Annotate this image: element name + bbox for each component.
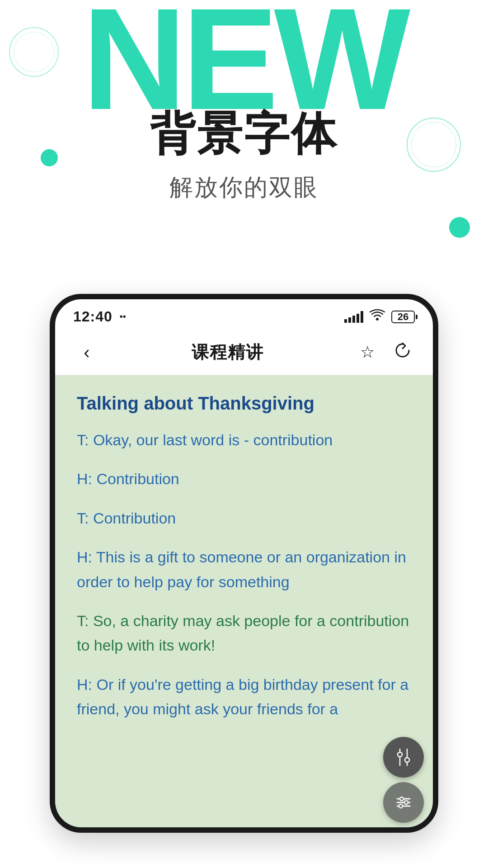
svg-point-12 xyxy=(399,804,403,808)
dialog-line-1: T: Okay, our last word is - contribution xyxy=(77,428,411,452)
hero-subtitle: 解放你的双眼 xyxy=(169,172,319,203)
nav-actions: ☆ xyxy=(355,340,415,364)
battery-icon: 26 xyxy=(391,311,415,323)
nav-bar: ‹ 课程精讲 ☆ xyxy=(55,331,433,375)
star-icon: ☆ xyxy=(360,343,375,362)
status-time: 12:40 xyxy=(73,308,113,325)
status-dots: •• xyxy=(120,311,126,322)
signal-bars-icon xyxy=(344,311,363,323)
deco-circle-right xyxy=(407,118,461,172)
filter-button-2[interactable] xyxy=(383,782,424,823)
svg-point-11 xyxy=(404,801,408,804)
star-button[interactable]: ☆ xyxy=(355,340,380,364)
status-bar: 12:40 •• xyxy=(55,299,433,331)
svg-point-0 xyxy=(376,318,379,321)
status-icons: 26 xyxy=(344,309,415,324)
back-button[interactable]: ‹ xyxy=(73,339,100,366)
dialog-line-3: T: Contribution xyxy=(77,506,411,530)
phone-mockup: 12:40 •• xyxy=(50,294,438,833)
svg-point-10 xyxy=(400,797,404,801)
hero-title: 背景字体 xyxy=(150,104,338,165)
hero-section: NEW 背景字体 解放你的双眼 xyxy=(0,0,488,280)
svg-point-2 xyxy=(405,758,409,762)
nav-title: 课程精讲 xyxy=(192,341,264,364)
dialog-line-6: H: Or if you're getting a big birthday p… xyxy=(77,672,411,722)
dialog-line-2: H: Contribution xyxy=(77,467,411,491)
filter-button-1[interactable] xyxy=(383,737,424,778)
share-icon xyxy=(394,341,412,363)
deco-dot-right xyxy=(449,217,470,238)
phone-container: 12:40 •• xyxy=(0,294,488,833)
deco-circle-left xyxy=(9,27,59,77)
deco-dot-left xyxy=(41,149,58,166)
dialog-line-5: T: So, a charity may ask people for a co… xyxy=(77,609,411,658)
share-button[interactable] xyxy=(390,340,415,364)
wifi-icon xyxy=(370,309,385,324)
content-area: Talking about Thanksgiving T: Okay, our … xyxy=(55,375,433,827)
dialog-line-4: H: This is a gift to someone or an organ… xyxy=(77,545,411,594)
svg-point-1 xyxy=(398,752,402,757)
lesson-title: Talking about Thanksgiving xyxy=(77,392,411,415)
back-icon: ‹ xyxy=(84,342,89,363)
